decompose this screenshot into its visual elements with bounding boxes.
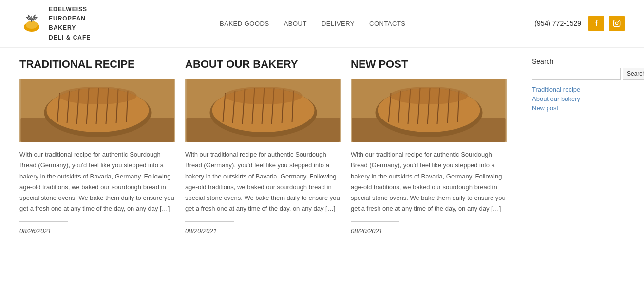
post-title-2: ABOUT OUR BAKERY — [185, 58, 341, 72]
search-label: Search — [532, 58, 625, 65]
svg-point-31 — [225, 87, 303, 104]
post-card-1: TRADITIONAL RECIPE — [19, 58, 175, 235]
main-nav: BAKED GOODS ABOUT DELIVERY CONTACTS — [220, 20, 406, 27]
logo-area: EDELWEISS EUROPEAN BAKERY DELI & CAFE — [19, 5, 91, 42]
svg-point-5 — [618, 21, 619, 22]
post-date-3: 08/20/2021 — [351, 227, 382, 235]
svg-rect-3 — [613, 20, 620, 27]
sidebar-link-traditional[interactable]: Traditional recipe — [532, 86, 625, 93]
post-image-1 — [19, 79, 175, 142]
sidebar-link-about[interactable]: About our bakery — [532, 95, 625, 102]
svg-point-4 — [615, 22, 618, 25]
search-button[interactable]: Search — [623, 68, 644, 80]
svg-point-18 — [59, 87, 137, 104]
header-right: (954) 772-1529 f — [534, 16, 625, 31]
post-divider-3 — [351, 221, 399, 222]
svg-point-1 — [26, 21, 38, 29]
nav-about[interactable]: ABOUT — [284, 20, 307, 27]
svg-point-44 — [390, 87, 468, 104]
post-card-3: NEW POST With our t — [351, 58, 507, 235]
post-title-1: TRADITIONAL RECIPE — [19, 58, 175, 72]
sidebar-links: Traditional recipe About our bakery New … — [532, 86, 625, 112]
nav-baked-goods[interactable]: BAKED GOODS — [220, 20, 269, 27]
post-body-2: With our traditional recipe for authenti… — [185, 149, 341, 214]
post-title-3: NEW POST — [351, 58, 507, 72]
post-divider-2 — [185, 221, 234, 222]
post-image-2 — [185, 79, 341, 142]
logo-text: EDELWEISS EUROPEAN BAKERY DELI & CAFE — [49, 5, 91, 42]
header: EDELWEISS EUROPEAN BAKERY DELI & CAFE BA… — [0, 0, 644, 48]
instagram-button[interactable] — [609, 16, 625, 31]
post-body-3: With our traditional recipe for authenti… — [351, 149, 507, 214]
nav-delivery[interactable]: DELIVERY — [322, 20, 355, 27]
post-date-2: 08/20/2021 — [185, 227, 217, 235]
post-body-1: With our traditional recipe for authenti… — [19, 149, 175, 214]
sidebar-link-newpost[interactable]: New post — [532, 104, 625, 112]
sidebar: Search Search Traditional recipe About o… — [527, 58, 625, 235]
nav-contacts[interactable]: CONTACTS — [369, 20, 406, 27]
posts-area: TRADITIONAL RECIPE — [19, 58, 517, 235]
search-row: Search — [532, 68, 625, 80]
logo-icon — [19, 11, 44, 36]
post-card-2: ABOUT OUR BAKERY Wi — [185, 58, 341, 235]
facebook-button[interactable]: f — [588, 16, 604, 31]
post-divider-1 — [19, 221, 68, 222]
phone-number: (954) 772-1529 — [534, 20, 581, 27]
post-date-1: 08/26/2021 — [19, 227, 51, 235]
search-input[interactable] — [532, 68, 621, 80]
instagram-icon — [613, 20, 621, 27]
main-content: TRADITIONAL RECIPE — [0, 48, 644, 244]
post-image-3 — [351, 79, 507, 142]
